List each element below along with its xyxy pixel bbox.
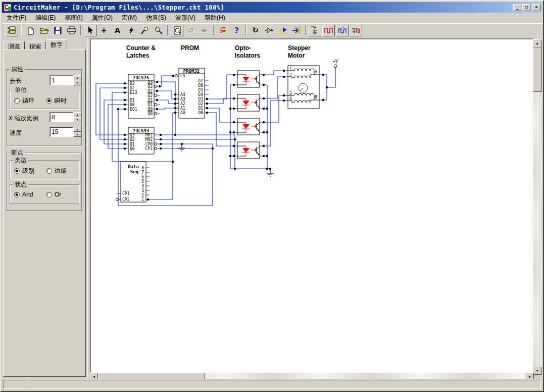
pin-label: Q0 — [147, 112, 153, 116]
select-tool-button[interactable] — [84, 25, 96, 36]
radio-and-label: And — [22, 191, 33, 198]
ic-data-seq[interactable]: Data Seq CP1 CP2 8 7 6 5 4 3 2 1 — [121, 162, 146, 202]
parts-browser-button[interactable] — [6, 25, 18, 36]
schematic-canvas[interactable]: Counter & Latches PROM Opto- Isolators S… — [90, 38, 534, 373]
vertical-scroll-thumb[interactable] — [533, 47, 541, 92]
radio-and[interactable] — [14, 192, 20, 198]
bus-waveform-button[interactable] — [336, 25, 349, 36]
preview-button[interactable] — [171, 25, 183, 36]
opto-isolators[interactable] — [237, 71, 260, 159]
radio-or[interactable] — [46, 192, 52, 198]
ic-title: 74LS75 — [133, 75, 150, 80]
pin-label: CP1 — [145, 146, 153, 151]
toolbar-separator — [245, 25, 246, 35]
open-file-button[interactable] — [38, 25, 51, 36]
mixed-wave-icon — [352, 27, 360, 34]
scroll-up-icon[interactable]: ▲ — [533, 39, 541, 47]
stepper-motor[interactable]: 1 2 3 4 A B — [288, 66, 319, 109]
probe-tool-button[interactable] — [138, 25, 151, 36]
vertical-scroll-track[interactable] — [533, 92, 541, 367]
radio-or-label: Or — [55, 191, 61, 198]
step-button[interactable] — [263, 25, 275, 36]
vertical-scrollbar[interactable]: ▲ ▼ — [533, 39, 541, 375]
mirror-button[interactable]: ◀▶ — [198, 25, 211, 36]
tab-search[interactable]: 搜索 — [25, 41, 46, 50]
ic-prom32[interactable]: PROM32 CS A4 A3 A2 A1 A0 O7 O6 O5 O4 O3 … — [179, 68, 205, 118]
pin-label: 5 — [141, 179, 144, 184]
pin-label: O6 — [198, 83, 203, 88]
xscale-input[interactable] — [50, 112, 73, 122]
menu-properties[interactable]: 属性(O) — [87, 13, 117, 23]
opto-isolator-1 — [237, 71, 260, 87]
radio-edge[interactable] — [46, 168, 52, 174]
tab-digital[interactable]: 数字 — [46, 39, 67, 50]
title-bar[interactable]: CircuitMaker - [D:\Program Files\...\Ste… — [2, 2, 542, 13]
power-vplus[interactable]: +V — [333, 59, 338, 68]
spinner-down-icon[interactable]: ▼ — [73, 132, 81, 137]
reset-button[interactable]: ↻ — [249, 25, 262, 36]
save-button[interactable] — [52, 25, 64, 36]
spinner-up-icon[interactable]: ▲ — [73, 112, 81, 117]
pin-label: Q3 — [130, 133, 135, 137]
close-button[interactable]: × — [532, 4, 540, 11]
unit-legend: 单位 — [13, 87, 28, 93]
radio-level[interactable] — [14, 168, 20, 174]
pin-label: A3 — [180, 97, 185, 102]
wire-tool-button[interactable]: + — [97, 25, 110, 36]
section-opto: Opto- — [235, 44, 251, 52]
menu-view[interactable]: 视图(I) — [60, 13, 87, 23]
pin-label: O7 — [198, 79, 203, 83]
minimize-button[interactable]: _ — [513, 4, 521, 11]
help-button[interactable]: ? — [230, 25, 243, 36]
xscale-spinner[interactable]: ▲▼ — [73, 112, 81, 122]
radio-instant[interactable] — [46, 98, 52, 104]
print-button[interactable] — [65, 25, 78, 36]
run-button[interactable] — [276, 25, 289, 36]
speed-spinner[interactable]: ▲▼ — [73, 127, 81, 137]
scroll-down-icon[interactable]: ▼ — [533, 367, 541, 375]
delete-tool-button[interactable] — [125, 25, 137, 36]
trace-probe-icon — [311, 26, 319, 34]
menu-file[interactable]: 文件(F) — [2, 13, 31, 23]
ic-74ls93[interactable]: 74LS93 Q3 Q2 Q1 Q0 MR1 MR2 CP0 CP1 — [128, 127, 154, 154]
spinner-up-icon[interactable]: ▲ — [73, 127, 81, 132]
mixed-waveform-button[interactable] — [350, 25, 362, 36]
new-file-button[interactable] — [24, 25, 37, 36]
step-to-button[interactable] — [290, 25, 303, 36]
pin-label: D2 — [130, 86, 135, 90]
run-icon — [278, 27, 287, 34]
section-stepper: Stepper — [288, 44, 311, 52]
menu-waveform[interactable]: 波形(V) — [171, 13, 200, 23]
text-tool-button[interactable]: A — [111, 25, 124, 36]
speed-input[interactable] — [50, 127, 73, 137]
menu-macro[interactable]: 宏(M) — [117, 13, 141, 23]
spinner-down-icon[interactable]: ▼ — [73, 80, 81, 85]
toolbar-separator — [167, 25, 168, 35]
step-input[interactable] — [50, 75, 73, 85]
magnifier-icon — [155, 26, 163, 34]
rotate-button[interactable]: ↺ — [184, 25, 197, 36]
radio-cycle[interactable] — [14, 98, 20, 104]
motor-pin-4: 4 — [289, 96, 292, 101]
new-file-icon — [27, 26, 35, 35]
menu-help[interactable]: 帮助(H) — [200, 13, 230, 23]
spinner-down-icon[interactable]: ▼ — [73, 117, 81, 122]
trace-probe-button[interactable] — [309, 25, 321, 36]
ic-74ls75[interactable]: 74LS75 D3 D2 E23 D1 D0 E01 Q3 Q3 Q2 Q2 Q… — [128, 74, 154, 118]
pin-label: Q2 — [130, 137, 135, 142]
digital-waveform-button[interactable] — [322, 25, 335, 36]
zoom-tool-button[interactable] — [152, 25, 165, 36]
menu-edit[interactable]: 编辑(E) — [31, 13, 60, 23]
step-spinner[interactable]: ▲▼ — [73, 75, 81, 85]
pin-label: O1 — [198, 106, 203, 111]
maximize-button[interactable]: □ — [522, 4, 530, 11]
pin-label: CP2 — [122, 198, 130, 202]
toolbar-separator — [21, 25, 22, 35]
spinner-up-icon[interactable]: ▲ — [73, 75, 81, 80]
digital-tab-panel: 属性 步长 ▲▼ 单位 循环 — [3, 50, 86, 377]
menu-simulation[interactable]: 仿真(S) — [141, 13, 171, 23]
pin-label: A1 — [180, 106, 185, 111]
digital-analog-switch-button[interactable] — [217, 25, 229, 36]
floppy-icon — [54, 27, 62, 34]
tab-browse[interactable]: 浏览 — [4, 41, 25, 50]
